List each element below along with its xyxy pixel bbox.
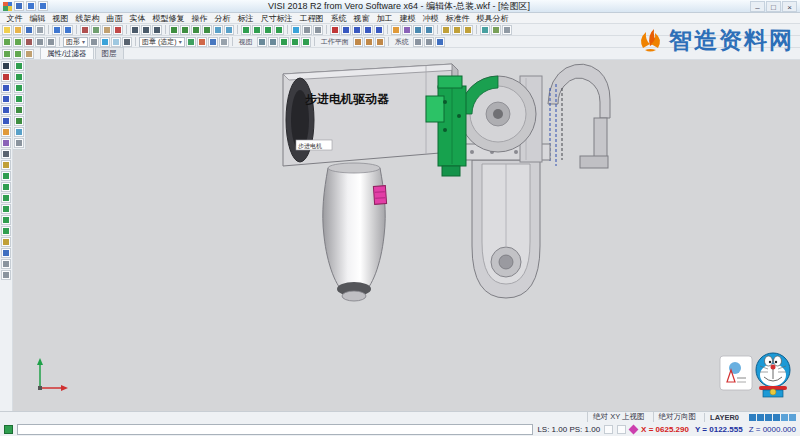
fillet-icon[interactable] — [413, 25, 423, 35]
dynamic-rotate-icon[interactable] — [279, 37, 289, 47]
macro-recorder-icon[interactable] — [424, 37, 434, 47]
pan-icon[interactable] — [213, 25, 223, 35]
filter-arcs-icon[interactable] — [1, 94, 11, 104]
view-front-mini-icon[interactable] — [14, 72, 24, 82]
zoom-window-icon[interactable] — [191, 25, 201, 35]
snap-intersection-icon[interactable] — [1, 215, 11, 225]
view-iso-mini-icon[interactable] — [14, 94, 24, 104]
measure-distance-icon[interactable] — [1, 237, 11, 247]
workplane-icon[interactable] — [491, 25, 501, 35]
view-front-icon[interactable] — [252, 25, 262, 35]
deselect-all-icon[interactable] — [24, 37, 34, 47]
match-properties-icon[interactable] — [24, 49, 34, 59]
render-shaded-icon[interactable] — [100, 37, 110, 47]
point-icon[interactable] — [330, 25, 340, 35]
quick-pick-icon[interactable] — [13, 37, 23, 47]
invert-selection-icon[interactable] — [35, 37, 45, 47]
filter-layers-icon[interactable] — [13, 49, 23, 59]
scene-canvas[interactable]: 步进电机 步进电机驱动器 — [13, 60, 800, 411]
stamp-clear-icon[interactable] — [219, 37, 229, 47]
cut-icon[interactable] — [80, 25, 90, 35]
filter-text-icon[interactable] — [1, 149, 11, 159]
settings-icon[interactable] — [502, 25, 512, 35]
new-file-icon[interactable] — [2, 25, 12, 35]
snap-grid-icon[interactable] — [1, 226, 11, 236]
chamfer-icon[interactable] — [424, 25, 434, 35]
stamp-color-icon[interactable] — [197, 37, 207, 47]
arc-icon[interactable] — [352, 25, 362, 35]
undo-quick-icon[interactable] — [26, 1, 36, 11]
zoom-fit-mini-icon[interactable] — [14, 105, 24, 115]
filter-circles-icon[interactable] — [1, 105, 11, 115]
snap-quadrant-icon[interactable] — [1, 204, 11, 214]
menu-item-18[interactable]: 模具分析 — [473, 13, 512, 24]
view-top-icon[interactable] — [263, 25, 273, 35]
render-wireframe-icon[interactable] — [89, 37, 99, 47]
filter-solids-icon[interactable] — [1, 138, 11, 148]
render-edges-icon[interactable] — [122, 37, 132, 47]
select-all-icon[interactable] — [152, 25, 162, 35]
line-icon[interactable] — [341, 25, 351, 35]
snap-middle-icon[interactable] — [1, 182, 11, 192]
render-ghost-icon[interactable] — [111, 37, 121, 47]
active-layer[interactable]: LAYER0 — [704, 413, 744, 422]
save-quick-icon[interactable] — [14, 1, 24, 11]
select-icon[interactable] — [130, 25, 140, 35]
view-iso-icon[interactable] — [241, 25, 251, 35]
hidden-line-mode-icon[interactable] — [313, 25, 323, 35]
zoom-fit-icon[interactable] — [202, 25, 212, 35]
wp-by-geometry-icon[interactable] — [364, 37, 374, 47]
dimension-icon[interactable] — [452, 25, 462, 35]
view-top-mini-icon[interactable] — [14, 61, 24, 71]
view-right-icon[interactable] — [274, 25, 284, 35]
filter-curves-icon[interactable] — [1, 116, 11, 126]
copy-icon[interactable] — [91, 25, 101, 35]
refresh-view-icon[interactable] — [14, 127, 24, 137]
tab-properties-filters[interactable]: 属性/过滤器 — [40, 47, 94, 59]
close-button[interactable]: × — [782, 1, 797, 12]
reselect-icon[interactable] — [46, 37, 56, 47]
wp-origin-icon[interactable] — [375, 37, 385, 47]
command-input[interactable] — [17, 424, 533, 435]
measure-icon[interactable] — [441, 25, 451, 35]
graphics-dropdown[interactable]: 图形 ▾ — [63, 37, 88, 47]
menu-item-11[interactable]: 工程图 — [296, 13, 327, 24]
menu-item-16[interactable]: 冲模 — [419, 13, 442, 24]
open-folder-icon[interactable] — [13, 25, 23, 35]
stamp-show-icon[interactable] — [186, 37, 196, 47]
model-handle[interactable] — [323, 163, 385, 301]
filter-lines-icon[interactable] — [1, 83, 11, 93]
help-icon[interactable] — [435, 37, 445, 47]
save-icon[interactable] — [24, 25, 34, 35]
model-bracket[interactable] — [464, 144, 550, 298]
layers-icon[interactable] — [480, 25, 490, 35]
wp-standard-icon[interactable] — [353, 37, 363, 47]
snap-end-icon[interactable] — [1, 171, 11, 181]
stamp-layer-icon[interactable] — [208, 37, 218, 47]
view-orientation[interactable]: 绝对万向图 — [653, 412, 702, 422]
dynamic-zoom-icon[interactable] — [301, 37, 311, 47]
menu-item-5[interactable]: 实体 — [126, 13, 149, 24]
grid-snap-icon[interactable] — [604, 425, 613, 434]
annotation-icon[interactable] — [463, 25, 473, 35]
ortho-mode-icon[interactable] — [617, 425, 626, 434]
model-magenta-clip[interactable] — [373, 186, 386, 205]
system-options-icon[interactable] — [413, 37, 423, 47]
shaded-mode-icon[interactable] — [291, 25, 301, 35]
undo-icon[interactable] — [52, 25, 62, 35]
menu-item-8[interactable]: 分析 — [211, 13, 234, 24]
view-right-mini-icon[interactable] — [14, 83, 24, 93]
model-disc[interactable] — [460, 76, 536, 152]
select-window-icon[interactable] — [141, 25, 151, 35]
menu-item-6[interactable]: 模型修复 — [149, 13, 188, 24]
minimize-button[interactable]: – — [750, 1, 765, 12]
viewport-3d[interactable]: 步进电机 步进电机驱动器 — [13, 60, 800, 411]
filter-points-icon[interactable] — [1, 72, 11, 82]
previous-view-mini-icon[interactable] — [14, 138, 24, 148]
maximize-button[interactable]: □ — [766, 1, 781, 12]
menu-item-10[interactable]: 尺寸标注 — [257, 13, 296, 24]
menu-item-7[interactable]: 操作 — [188, 13, 211, 24]
menu-item-4[interactable]: 曲面 — [103, 13, 126, 24]
menu-item-12[interactable]: 系统 — [327, 13, 350, 24]
select-arrow-icon[interactable] — [1, 61, 11, 71]
